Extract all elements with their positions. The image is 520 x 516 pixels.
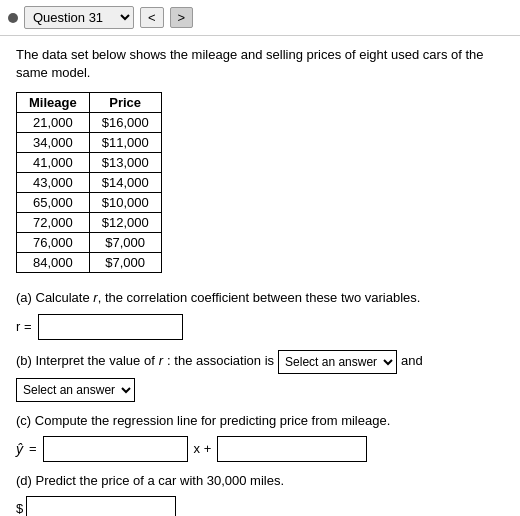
question-select[interactable]: Question 31 <box>24 6 134 29</box>
table-row: 84,000$7,000 <box>17 253 162 273</box>
dollar-sign: $ <box>16 501 23 516</box>
r-prefix: r = <box>16 319 32 334</box>
table-row: 72,000$12,000 <box>17 213 162 233</box>
top-bar: Question 31 < > <box>0 0 520 36</box>
next-button[interactable]: > <box>170 7 194 28</box>
table-cell: $14,000 <box>89 173 161 193</box>
data-table: Mileage Price 21,000$16,00034,000$11,000… <box>16 92 162 273</box>
table-cell: 76,000 <box>17 233 90 253</box>
table-cell: 21,000 <box>17 113 90 133</box>
question-indicator <box>8 13 18 23</box>
table-row: 43,000$14,000 <box>17 173 162 193</box>
part-a-text: (a) Calculate <box>16 290 93 305</box>
table-cell: $7,000 <box>89 233 161 253</box>
col-header-price: Price <box>89 93 161 113</box>
table-cell: $13,000 <box>89 153 161 173</box>
table-cell: 65,000 <box>17 193 90 213</box>
table-cell: 34,000 <box>17 133 90 153</box>
table-cell: $11,000 <box>89 133 161 153</box>
and-text: and <box>401 351 423 372</box>
intercept-input[interactable] <box>217 436 367 462</box>
yhat-symbol: ŷ <box>16 441 23 457</box>
intro-text: The data set below shows the mileage and… <box>16 46 504 82</box>
dollar-row: $ <box>16 496 504 516</box>
table-row: 34,000$11,000 <box>17 133 162 153</box>
table-row: 21,000$16,000 <box>17 113 162 133</box>
part-c-label: (c) Compute the regression line for pred… <box>16 412 504 430</box>
table-cell: 41,000 <box>17 153 90 173</box>
prev-button[interactable]: < <box>140 7 164 28</box>
x-label: x + <box>194 441 212 456</box>
col-header-mileage: Mileage <box>17 93 90 113</box>
r-input[interactable] <box>38 314 183 340</box>
table-row: 76,000$7,000 <box>17 233 162 253</box>
table-cell: 43,000 <box>17 173 90 193</box>
part-b-r: r <box>159 351 163 372</box>
r-input-row: r = <box>16 314 504 340</box>
part-a-label: (a) Calculate r, the correlation coeffic… <box>16 289 504 307</box>
table-cell: $7,000 <box>89 253 161 273</box>
table-cell: 72,000 <box>17 213 90 233</box>
equals-sign: = <box>29 441 37 456</box>
select-association-2[interactable]: Select an answerStrongWeakModerate <box>16 378 135 402</box>
part-d-label: (d) Predict the price of a car with 30,0… <box>16 472 504 490</box>
table-row: 65,000$10,000 <box>17 193 162 213</box>
part-b-label-after: : the association is <box>167 351 274 372</box>
select-association-1[interactable]: Select an answerPositiveNegative <box>278 350 397 374</box>
part-b-label-before: (b) Interpret the value of <box>16 351 155 372</box>
table-row: 41,000$13,000 <box>17 153 162 173</box>
table-cell: 84,000 <box>17 253 90 273</box>
slope-input[interactable] <box>43 436 188 462</box>
price-input[interactable] <box>26 496 176 516</box>
part-b-row: (b) Interpret the value of r: the associ… <box>16 350 504 402</box>
main-content: The data set below shows the mileage and… <box>0 36 520 516</box>
table-cell: $16,000 <box>89 113 161 133</box>
part-a-text2: , the correlation coefficient between th… <box>98 290 421 305</box>
table-cell: $10,000 <box>89 193 161 213</box>
yhat-row: ŷ = x + <box>16 436 504 462</box>
question-select-wrap: Question 31 <box>8 6 134 29</box>
table-cell: $12,000 <box>89 213 161 233</box>
